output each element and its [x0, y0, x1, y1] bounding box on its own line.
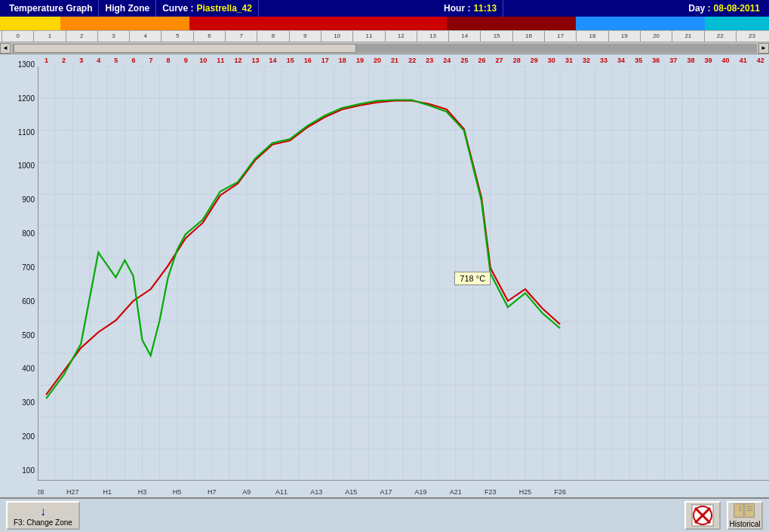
green-curve [46, 100, 560, 399]
ruler-tick: 10 [321, 31, 352, 42]
historical-label: Historical [729, 520, 760, 528]
x-top-label: 6 [125, 57, 142, 64]
x-top-label: 33 [595, 57, 613, 64]
ruler-tick: 4 [129, 31, 161, 42]
x-top-label: 40 [717, 57, 734, 64]
x-top-label: 27 [491, 57, 508, 64]
x-bottom-label: H1 [103, 488, 112, 496]
x-top-label: 14 [264, 57, 281, 64]
colorbar-orange [60, 17, 189, 30]
x-top-label: 18 [334, 57, 351, 64]
x-top-label: 29 [525, 57, 543, 64]
time-ruler: 01234567891011121314151617181920212223 [0, 30, 769, 42]
scroll-track[interactable] [12, 44, 757, 53]
x-top-label: 24 [438, 57, 456, 64]
ruler-tick: 14 [448, 31, 480, 42]
y-axis-label: 1100 [18, 128, 35, 137]
y-axis-label: 1000 [18, 161, 35, 170]
x-top-label: 32 [577, 57, 595, 64]
ruler-tick: 20 [640, 31, 672, 42]
x-top-label: 16 [299, 57, 316, 64]
colorbar-cyan [705, 17, 769, 30]
change-zone-button[interactable]: ↓ F3: Change Zone [6, 501, 80, 530]
colorbar-red [189, 17, 447, 30]
hour-value: 11:13 [473, 3, 497, 14]
x-top-label: 41 [734, 57, 752, 64]
y-axis-label: 500 [22, 331, 35, 340]
x-top-label: 20 [368, 57, 386, 64]
scroll-right-arrow[interactable]: ► [758, 43, 769, 54]
y-axis-label: 600 [22, 297, 35, 306]
ruler-tick: 12 [385, 31, 417, 42]
historical-button[interactable]: Historical [727, 501, 763, 530]
red-curve [46, 101, 560, 395]
colorbar-darkred [447, 17, 576, 30]
cancel-button[interactable] [684, 501, 721, 530]
main-content: 1300120011001000900800700600500400300200… [0, 54, 769, 497]
scroll-left-arrow[interactable]: ◄ [0, 43, 11, 54]
zone-section: High Zone [99, 0, 156, 17]
app-title: Temperature Graph [9, 3, 92, 14]
footer: ↓ F3: Change Zone Histor [0, 497, 769, 532]
ruler-tick: 8 [257, 31, 288, 42]
cancel-icon [691, 503, 715, 527]
ruler-tick: 17 [544, 31, 576, 42]
y-axis-label: 200 [22, 432, 35, 441]
scroll-thumb[interactable] [14, 44, 356, 53]
x-top-label: 31 [560, 57, 577, 64]
ruler-tick: 23 [736, 31, 767, 42]
scrollbar[interactable]: ◄ ► [0, 42, 769, 54]
x-bottom-label: H3 [138, 488, 147, 496]
x-top-label: 3 [72, 57, 90, 64]
x-top-label: 28 [508, 57, 525, 64]
curve-section: Curve : Piastrella_42 [156, 0, 259, 17]
colorbar [0, 17, 769, 30]
x-top-label: 15 [281, 57, 299, 64]
x-bottom-label: A13 [310, 488, 322, 496]
x-top-label: 39 [700, 57, 717, 64]
ruler-tick: 2 [66, 31, 97, 42]
x-top-label: 8 [160, 57, 177, 64]
ruler-tick: 7 [225, 31, 257, 42]
ruler-ticks: 01234567891011121314151617181920212223 [2, 31, 767, 42]
x-bottom-label: H25 [519, 488, 532, 496]
ruler-tick: 6 [193, 31, 225, 42]
y-axis-label: 900 [22, 195, 35, 204]
x-top-label: 7 [142, 57, 159, 64]
x-top-label: 34 [613, 57, 630, 64]
x-top-label: 37 [665, 57, 682, 64]
ruler-tick: 9 [289, 31, 321, 42]
curve-label: Curve : [162, 3, 193, 14]
day-value: 08-08-2011 [714, 3, 760, 14]
y-axis-label: 1300 [18, 60, 35, 69]
x-bottom-label: H27 [66, 488, 79, 496]
header-bar: Temperature Graph High Zone Curve : Pias… [0, 0, 769, 17]
ruler-tick: 1 [33, 31, 65, 42]
y-axis: 1300120011001000900800700600500400300200… [0, 54, 38, 497]
x-top-label: 21 [386, 57, 404, 64]
x-top-label: 23 [421, 57, 438, 64]
y-axis-label: 700 [22, 263, 35, 272]
x-top-label: 38 [682, 57, 700, 64]
x-bottom-label: A15 [345, 488, 357, 496]
x-top-label: 13 [247, 57, 264, 64]
ruler-tick: 21 [672, 31, 703, 42]
x-bottom-label: F26 [554, 488, 566, 496]
x-top-label: 10 [195, 57, 212, 64]
x-bottom-label: A19 [415, 488, 427, 496]
x-top-label: 19 [351, 57, 368, 64]
x-top-label: 17 [316, 57, 334, 64]
title-section: Temperature Graph [3, 0, 99, 17]
ruler-tick: 3 [97, 31, 129, 42]
x-top-label: 22 [404, 57, 421, 64]
x-bottom-label: A17 [380, 488, 392, 496]
chart-wrapper: 1300120011001000900800700600500400300200… [0, 54, 769, 497]
x-bottom-label: H7 [208, 488, 217, 496]
x-top-label: 26 [473, 57, 491, 64]
x-bottom-label: A21 [450, 488, 462, 496]
y-axis-label: 300 [22, 398, 35, 407]
x-axis-top: 1234567891011121314151617181920212223242… [38, 54, 769, 66]
down-arrow-icon: ↓ [40, 505, 46, 518]
ruler-tick: 13 [417, 31, 448, 42]
x-bottom-label: H5 [173, 488, 182, 496]
